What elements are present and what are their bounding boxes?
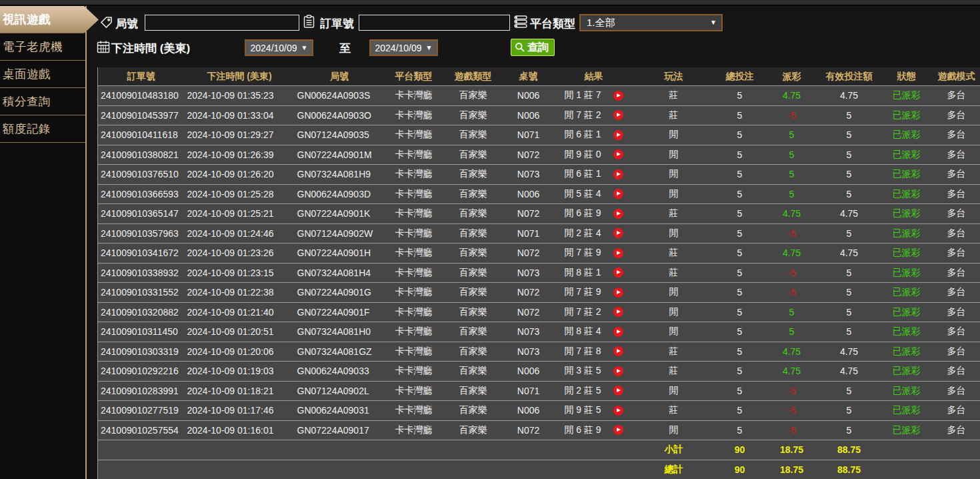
result-cell: 閒 8 莊 4	[554, 322, 634, 342]
play-video-icon[interactable]	[613, 327, 623, 337]
total-bet-cell: 5	[714, 420, 766, 440]
sidebar-item-slot-machines[interactable]: 電子老虎機	[0, 33, 85, 61]
play-video-icon[interactable]	[613, 406, 623, 416]
total-bet-cell: 5	[714, 223, 766, 244]
empty-cell	[185, 460, 295, 479]
status-cell: 已派彩	[881, 322, 933, 342]
payout-cell: 5	[766, 125, 818, 145]
total-bet-cell: 5	[714, 165, 766, 185]
game-type-cell: 百家樂	[443, 145, 503, 165]
order-number-cell: 241009010366593	[98, 184, 185, 204]
table-number-cell: N073	[503, 342, 554, 362]
play-video-icon[interactable]	[613, 288, 623, 298]
summary-valid-bet: 88.75	[818, 460, 881, 479]
play-video-icon[interactable]	[613, 169, 623, 179]
platform-cell: 卡卡灣廳	[385, 263, 443, 283]
platform-cell: 卡卡灣廳	[385, 105, 443, 125]
play-video-icon[interactable]	[613, 307, 623, 317]
payout-cell: 4.75	[766, 244, 818, 264]
result-cell: 閒 7 莊 2	[554, 302, 634, 322]
bet-side-cell: 閒	[634, 322, 714, 342]
platform-cell: 卡卡灣廳	[385, 362, 443, 382]
bet-side-cell: 莊	[634, 263, 714, 283]
order-number-input[interactable]	[359, 15, 510, 31]
status-cell: 已派彩	[881, 125, 933, 145]
game-type-cell: 百家樂	[443, 105, 503, 125]
table-number-cell: N072	[503, 283, 554, 303]
bet-side-cell: 莊	[634, 204, 714, 224]
result-cell: 閒 7 莊 2	[554, 105, 634, 125]
play-video-icon[interactable]	[613, 91, 623, 101]
status-cell: 已派彩	[881, 342, 933, 362]
payout-cell: -5	[766, 105, 818, 125]
platform-type-select[interactable]: 1.全部 ▼	[579, 14, 723, 31]
sidebar-item-table-games[interactable]: 桌面遊戲	[0, 61, 85, 88]
sidebar-item-label: 額度記錄	[3, 121, 51, 137]
empty-cell	[443, 440, 503, 460]
round-number-input[interactable]	[145, 15, 299, 31]
play-video-icon[interactable]	[613, 425, 623, 435]
total-bet-cell: 5	[714, 145, 766, 165]
search-button[interactable]: 查詢	[511, 39, 555, 56]
sidebar-item-credit-records[interactable]: 額度記錄	[0, 115, 85, 143]
game-mode-cell: 多台	[933, 105, 980, 125]
empty-cell	[443, 460, 503, 479]
round-number-cell: GN07324A081GZ	[295, 342, 385, 362]
valid-bet-cell: 5	[818, 223, 881, 244]
status-cell: 已派彩	[881, 145, 933, 165]
summary-valid-bet: 88.75	[818, 440, 881, 460]
order-number-cell: 241009010376510	[98, 165, 185, 185]
play-video-icon[interactable]	[613, 346, 623, 356]
play-video-icon[interactable]	[613, 110, 623, 120]
bet-side-cell: 閒	[634, 420, 714, 440]
order-number-cell: 241009010380821	[98, 145, 185, 165]
date-from-value: 2024/10/09	[251, 43, 297, 53]
result-score: 閒 7 莊 8	[564, 346, 601, 358]
bet-side-cell: 莊	[634, 105, 714, 125]
play-video-icon[interactable]	[613, 209, 623, 219]
game-mode-cell: 多台	[933, 145, 980, 165]
date-to-select[interactable]: 2024/10/09 ▼	[369, 39, 438, 56]
bet-side-cell: 閒	[634, 125, 714, 145]
summary-payout: 18.75	[766, 460, 818, 479]
play-video-icon[interactable]	[613, 189, 623, 199]
betting-records-page: { "sidebar": { "items": [ { "label": "視訊…	[0, 0, 980, 479]
sidebar-item-points-inquiry[interactable]: 積分查詢	[0, 88, 85, 115]
bet-time-label: 下注時間 (美東)	[111, 41, 190, 56]
bet-side-cell: 閒	[634, 283, 714, 303]
play-video-icon[interactable]	[613, 130, 623, 140]
play-video-icon[interactable]	[613, 248, 623, 258]
play-video-icon[interactable]	[613, 366, 623, 376]
payout-cell: 5	[766, 145, 818, 165]
bet-side-cell: 莊	[634, 401, 714, 421]
order-number-cell: 241009010365147	[98, 204, 185, 224]
bet-time-cell: 2024-10-09 01:26:20	[185, 165, 295, 185]
bet-record-row: 2410090103765102024-10-09 01:26:20GN0732…	[98, 165, 980, 185]
result-score: 閒 6 莊 1	[564, 129, 601, 141]
play-video-icon[interactable]	[613, 386, 623, 396]
result-cell: 閒 6 莊 9	[554, 204, 634, 224]
payout-cell: 5	[766, 322, 818, 342]
bet-record-row: 2410090102575542024-10-09 01:16:01GN0722…	[98, 420, 980, 440]
bet-side-cell: 莊	[634, 342, 714, 362]
game-type-cell: 百家樂	[443, 184, 503, 204]
chevron-down-icon: ▼	[426, 45, 433, 51]
bet-side-cell: 閒	[634, 165, 714, 185]
play-video-icon[interactable]	[613, 268, 623, 278]
game-type-cell: 百家樂	[443, 125, 503, 145]
platform-cell: 卡卡灣廳	[385, 302, 443, 322]
status-cell: 已派彩	[881, 105, 933, 125]
round-number-cell: GN07124A09035	[295, 125, 385, 145]
date-from-select[interactable]: 2024/10/09 ▼	[245, 39, 313, 56]
bet-time-cell: 2024-10-09 01:25:21	[185, 204, 295, 224]
play-video-icon[interactable]	[613, 149, 623, 159]
sidebar-item-live-games[interactable]: 視訊遊戲	[0, 6, 99, 33]
round-number-cell: GN07224A0901F	[295, 302, 385, 322]
play-video-icon[interactable]	[613, 228, 623, 238]
platform-cell: 卡卡灣廳	[385, 145, 443, 165]
result-cell: 閒 5 莊 4	[554, 184, 634, 204]
payout-cell: 4.75	[766, 204, 818, 224]
total-bet-cell: 5	[714, 322, 766, 342]
game-type-cell: 百家樂	[443, 244, 503, 264]
result-score: 閒 2 莊 4	[564, 227, 601, 240]
